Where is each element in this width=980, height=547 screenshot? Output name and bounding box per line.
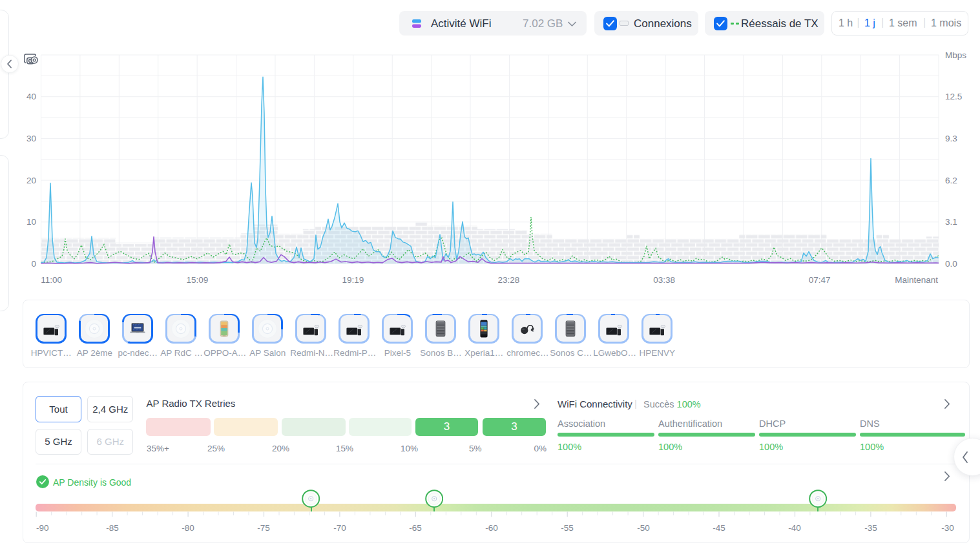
- svg-text:10: 10: [26, 217, 36, 227]
- svg-text:9.3: 9.3: [945, 134, 957, 143]
- svg-text:19:19: 19:19: [342, 275, 364, 285]
- svg-text:40: 40: [26, 92, 36, 101]
- svg-text:30: 30: [26, 134, 36, 143]
- svg-text:Maintenant: Maintenant: [895, 275, 938, 285]
- svg-text:12.5: 12.5: [945, 92, 962, 101]
- svg-text:07:47: 07:47: [809, 275, 831, 285]
- svg-text:Mbps: Mbps: [945, 50, 966, 60]
- svg-text:20: 20: [26, 176, 36, 185]
- svg-text:3.1: 3.1: [945, 217, 957, 227]
- svg-text:03:38: 03:38: [653, 275, 675, 285]
- svg-text:15:09: 15:09: [187, 275, 209, 285]
- svg-text:0: 0: [31, 259, 36, 269]
- svg-text:0.0: 0.0: [945, 259, 957, 269]
- svg-text:23:28: 23:28: [497, 275, 519, 285]
- svg-text:6.2: 6.2: [945, 176, 957, 185]
- svg-text:11:00: 11:00: [41, 275, 62, 285]
